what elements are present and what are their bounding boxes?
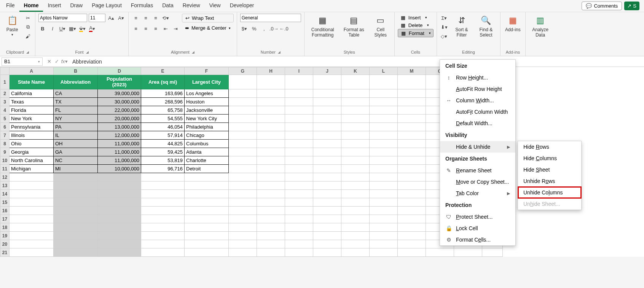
cell-B6[interactable]: PA [54, 123, 98, 131]
cell-D5[interactable]: 20,000,000 [98, 115, 141, 123]
decrease-font-icon[interactable]: A▾ [117, 14, 125, 22]
cell-A21[interactable] [10, 248, 54, 257]
row-header-9[interactable]: 9 [0, 148, 10, 156]
cell-L4[interactable] [370, 106, 398, 115]
cell-M9[interactable] [398, 148, 426, 156]
cell-J7[interactable] [313, 131, 341, 140]
cell-M11[interactable] [398, 165, 426, 173]
cell-H10[interactable] [257, 156, 285, 165]
font-size-select[interactable] [89, 14, 105, 22]
menu-rename-sheet[interactable]: ✎Rename Sheet [440, 165, 515, 176]
cell-I15[interactable] [285, 198, 313, 207]
menu-format-cells[interactable]: ⚙Format Cells... [440, 234, 515, 245]
cell-J17[interactable] [313, 215, 341, 223]
cell-I14[interactable] [285, 190, 313, 198]
menu-row-height[interactable]: ↕Row Height... [440, 72, 515, 83]
percent-icon[interactable]: % [250, 24, 258, 33]
cell-D14[interactable] [98, 190, 141, 198]
cell-I1[interactable] [285, 75, 313, 89]
cell-D21[interactable] [98, 248, 141, 257]
row-header-11[interactable]: 11 [0, 165, 10, 173]
cell-A17[interactable] [10, 215, 54, 223]
paste-button[interactable]: 📋 Paste ▾ [3, 14, 21, 37]
cell-D8[interactable]: 11,000,000 [98, 140, 141, 148]
cell-D3[interactable]: 30,000,000 [98, 98, 141, 106]
cell-G9[interactable] [229, 148, 257, 156]
cell-M6[interactable] [398, 123, 426, 131]
cell-G12[interactable] [229, 173, 257, 181]
row-header-4[interactable]: 4 [0, 106, 10, 115]
cell-E13[interactable] [141, 181, 185, 190]
cell-A19[interactable] [10, 232, 54, 240]
cell-F12[interactable] [185, 173, 229, 181]
row-header-20[interactable]: 20 [0, 240, 10, 248]
cell-B4[interactable]: FL [54, 106, 98, 115]
cell-K20[interactable] [341, 240, 370, 248]
col-header-K[interactable]: K [341, 67, 370, 75]
cell-F11[interactable]: Detroit [185, 165, 229, 173]
cell-M15[interactable] [398, 198, 426, 207]
tab-draw[interactable]: Draw [65, 0, 87, 12]
cell-E19[interactable] [141, 232, 185, 240]
cell-L11[interactable] [370, 165, 398, 173]
cell-G3[interactable] [229, 98, 257, 106]
cell-K2[interactable] [341, 89, 370, 98]
alignment-launcher-icon[interactable]: ◢ [192, 50, 194, 54]
cell-H16[interactable] [257, 207, 285, 215]
cell-H13[interactable] [257, 181, 285, 190]
menu-lock-cell[interactable]: 🔒Lock Cell [440, 223, 515, 234]
cell-J19[interactable] [313, 232, 341, 240]
cell-E14[interactable] [141, 190, 185, 198]
cell-K14[interactable] [341, 190, 370, 198]
menu-tab-color[interactable]: Tab Color▶ [440, 188, 515, 199]
tab-page-layout[interactable]: Page Layout [87, 0, 126, 12]
cell-D9[interactable]: 11,000,000 [98, 148, 141, 156]
cell-D20[interactable] [98, 240, 141, 248]
row-header-17[interactable]: 17 [0, 215, 10, 223]
cell-B8[interactable]: OH [54, 140, 98, 148]
cell-B12[interactable] [54, 173, 98, 181]
decrease-decimal-icon[interactable]: ←.0 [280, 24, 288, 33]
cell-H6[interactable] [257, 123, 285, 131]
cell-J1[interactable] [313, 75, 341, 89]
cell-A3[interactable]: Texas [10, 98, 54, 106]
cell-F2[interactable]: Los Angeles [185, 89, 229, 98]
cell-L10[interactable] [370, 156, 398, 165]
cell-F15[interactable] [185, 198, 229, 207]
analyze-data-button[interactable]: ▥ Analyze Data [529, 14, 552, 39]
cell-K10[interactable] [341, 156, 370, 165]
cell-E18[interactable] [141, 223, 185, 232]
increase-font-icon[interactable]: A▴ [107, 14, 115, 22]
align-center-icon[interactable]: ≡ [142, 24, 150, 33]
tab-file[interactable]: File [2, 0, 19, 12]
cell-G20[interactable] [229, 240, 257, 248]
cell-A18[interactable] [10, 223, 54, 232]
menu-default-width[interactable]: Default Width... [440, 118, 515, 129]
cell-I5[interactable] [285, 115, 313, 123]
row-header-18[interactable]: 18 [0, 223, 10, 232]
cell-I16[interactable] [285, 207, 313, 215]
cell-K9[interactable] [341, 148, 370, 156]
cell-I10[interactable] [285, 156, 313, 165]
cell-J21[interactable] [313, 248, 341, 257]
comments-button[interactable]: 💬 Comments [582, 2, 622, 10]
cell-K21[interactable] [341, 248, 370, 257]
comma-icon[interactable]: , [260, 24, 268, 33]
cell-D13[interactable] [98, 181, 141, 190]
cell-F16[interactable] [185, 207, 229, 215]
tab-review[interactable]: Review [178, 0, 205, 12]
cell-A6[interactable]: Pennsylvania [10, 123, 54, 131]
menu-hide-rows[interactable]: Hide Rows [518, 141, 581, 153]
cell-M16[interactable] [398, 207, 426, 215]
cell-M5[interactable] [398, 115, 426, 123]
cell-K13[interactable] [341, 181, 370, 190]
cell-F4[interactable]: Jacksonville [185, 106, 229, 115]
cell-L6[interactable] [370, 123, 398, 131]
font-name-select[interactable] [38, 14, 87, 22]
col-header-A[interactable]: A [10, 67, 54, 75]
cell-M20[interactable] [398, 240, 426, 248]
cell-I13[interactable] [285, 181, 313, 190]
cell-F10[interactable]: Charlotte [185, 156, 229, 165]
menu-move-copy[interactable]: Move or Copy Sheet... [440, 176, 515, 188]
cell-A1[interactable]: State Name [10, 75, 54, 89]
